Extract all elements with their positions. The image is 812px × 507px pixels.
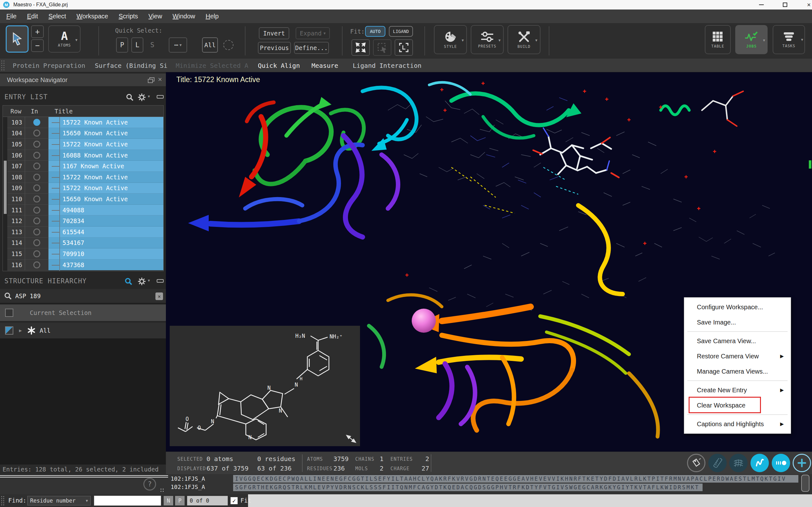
close-button[interactable]: × [800,0,812,9]
collapse-section-icon[interactable] [157,279,164,283]
tab-protein-preparation[interactable]: Protein Preparation [13,59,85,72]
table-row[interactable]: 112702834 [3,216,163,227]
dock-splitter[interactable] [0,475,168,477]
display-toggle-button[interactable] [772,454,790,472]
menu-item-restore-camera-view[interactable]: Restore Camera View▶ [684,349,791,364]
fit-ligand-toggle[interactable]: LIGAND [389,26,413,37]
ligand-2d-inset[interactable]: H₂N NH₂⁺ N H N N N O O N [170,326,360,446]
include-toggle[interactable] [25,139,49,150]
table-row[interactable]: 113615544 [3,227,163,238]
table-button[interactable]: TABLE [705,25,731,54]
menu-edit[interactable]: Edit [27,13,38,20]
table-row[interactable]: 10315722 Known Active [3,117,163,128]
maximize-button[interactable] [776,0,794,9]
find-input[interactable] [94,496,161,506]
scrollbar-handle[interactable] [4,161,7,214]
collapse-section-icon[interactable] [157,95,164,99]
menu-file[interactable]: File [6,13,16,20]
entry-list-scrollbar[interactable] [3,117,7,271]
table-row[interactable]: 111494088 [3,205,163,216]
ion-sphere[interactable] [412,308,436,333]
labels-toggle-button[interactable] [687,454,705,472]
fit-selection-button[interactable] [373,39,392,56]
chevron-down-icon[interactable]: ▼ [148,279,150,283]
include-toggle[interactable] [25,216,49,227]
fit-all-button[interactable] [351,39,370,56]
sequence-chain-label[interactable]: 102:1FJS_A [171,475,205,482]
tab-surface-binding[interactable]: Surface (Binding Si [95,59,167,72]
menu-scripts[interactable]: Scripts [119,13,138,20]
sequence-scrollbar[interactable] [801,475,809,492]
column-title[interactable]: Title [53,108,163,115]
entry-table-header[interactable]: Row In Title [3,106,163,117]
find-category-dropdown[interactable]: Residue number ▼ [27,496,91,505]
find-next-button[interactable]: N [164,496,173,505]
menu-item-clear-workspace[interactable]: Clear Workspace [684,398,791,413]
table-row[interactable]: 114534167 [3,238,163,249]
include-toggle[interactable] [25,128,49,139]
clear-search-icon[interactable]: × [155,292,163,300]
tasks-button[interactable]: TASKS ▼ [773,25,805,54]
expand-selection-button[interactable]: Expand▼ [296,27,330,39]
close-panel-icon[interactable]: × [158,75,162,83]
table-row[interactable]: 115709910 [3,248,163,260]
ribbons-toggle-button[interactable] [751,454,769,472]
expand-arrow-icon[interactable]: ▶ [19,328,22,333]
select-plus-button[interactable]: + [31,25,44,38]
fit-ligand-view-button[interactable] [395,39,413,56]
gear-icon[interactable] [138,93,146,101]
menu-workspace[interactable]: Workspace [77,13,108,20]
tab-minimize-selected[interactable]: Minimize Selected A [176,59,248,72]
fit-auto-toggle[interactable]: AUTO [365,26,386,37]
table-row[interactable]: 1071167 Known Active [3,161,163,172]
find-previous-button[interactable]: P [175,496,185,505]
hierarchy-search-field[interactable]: ASP 189 × [0,289,166,303]
hierarchy-current-selection-row[interactable]: Current Selection [0,304,166,321]
minimize-button[interactable] [752,0,770,9]
all-vis-checkbox[interactable] [5,326,13,335]
include-toggle[interactable] [25,193,49,205]
column-row[interactable]: Row [3,108,30,115]
resize-grip-icon[interactable] [160,488,164,493]
menu-item-manage-camera-views[interactable]: Manage Camera Views... [684,364,791,379]
jobs-button[interactable]: JOBS ▼ [735,25,768,54]
table-row[interactable]: 10915722 Known Active [3,183,163,194]
include-toggle[interactable] [25,227,49,238]
style-button[interactable]: STYLE ▼ [434,25,467,54]
include-toggle[interactable] [25,248,49,260]
quick-select-ligand-button[interactable]: L [131,38,143,53]
include-toggle[interactable] [25,205,49,216]
select-cursor-button[interactable] [6,25,29,53]
quick-select-more-button[interactable]: ⋯▼ [169,38,187,53]
invert-selection-button[interactable]: Invert [259,27,289,39]
include-toggle[interactable] [25,183,49,194]
menu-view[interactable]: View [148,13,162,20]
include-toggle[interactable] [25,238,49,249]
add-entry-button[interactable] [793,454,811,472]
quick-select-protein-button[interactable]: P [116,38,128,53]
build-button[interactable]: BUILD ▼ [507,25,541,54]
menu-item-save-camera-view[interactable]: Save Camera View... [684,333,791,349]
float-panel-icon[interactable] [148,77,155,83]
tabstrip-grip[interactable] [1,60,5,71]
help-button[interactable]: ? [143,478,156,491]
menu-help[interactable]: Help [206,13,218,20]
table-row[interactable]: 11015650 Known Active [3,193,163,205]
sequence-row[interactable]: IVGGQECKDGECPWQALLINEENEGFCGGTILSEFYILTA… [233,475,798,483]
table-row[interactable]: 116437368 [3,260,163,271]
menu-item-captions-highlights[interactable]: Captions and Highlights▶ [684,416,791,432]
tab-measure[interactable]: Measure [311,59,338,72]
select-minus-button[interactable]: − [31,39,44,52]
previous-selection-button[interactable]: Previous [258,42,291,54]
column-in[interactable]: In [30,108,53,115]
include-toggle[interactable] [25,161,49,172]
include-toggle[interactable] [25,172,49,183]
menu-item-create-new-entry[interactable]: Create New Entry▶ [684,383,791,398]
table-row[interactable]: 10616088 Known Active [3,150,163,161]
sequence-row[interactable]: SGFGRTHEKGRQSTRLKMLEVPYVDRNSCKLSSSFIITQN… [233,484,703,491]
current-selection-checkbox[interactable] [5,308,13,317]
quick-select-all-button[interactable]: All [202,38,218,53]
menu-window[interactable]: Window [172,13,195,20]
hierarchy-all-row[interactable]: ▶ All [0,323,166,338]
atoms-select-button[interactable]: A ATOMS ▼ [48,25,81,53]
